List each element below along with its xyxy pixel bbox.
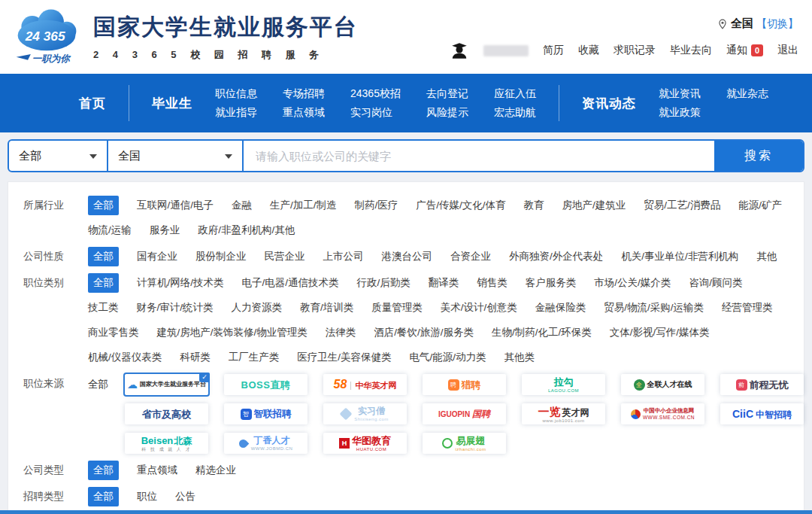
source-tile-beisen[interactable]: Beisen北森科 技 成 就 人 才 [125,433,208,454]
filter-option[interactable]: 工厂生产类 [229,348,280,367]
nav-item-就业资讯[interactable]: 就业资讯 [659,88,701,99]
user-menu-简历[interactable]: 简历 [543,44,564,57]
filter-option[interactable]: 电气/能源/动力类 [410,348,486,367]
filter-option[interactable]: 上市公司 [323,247,364,266]
filter-option[interactable]: 销售类 [477,273,508,293]
filter-option[interactable]: 法律类 [326,323,356,342]
filter-option[interactable]: 其他 [756,247,777,266]
nav-item-就业杂志[interactable]: 就业杂志 [726,88,768,99]
filter-option[interactable]: 美术/设计/创意类 [441,298,517,318]
filter-option[interactable]: 市场/公关/媒介类 [594,273,671,293]
filter-option[interactable]: 政府/非盈利机构/其他 [198,221,295,240]
source-tile-iguopin[interactable]: IGUOPIN国聘 [423,403,506,424]
filter-option-selected[interactable]: 全部 [88,196,119,215]
filter-option-selected[interactable]: 全部 [88,487,119,506]
source-tile-chinahr[interactable]: 58中华英才网 [323,374,407,395]
filter-option[interactable]: 服务业 [150,221,180,240]
nav-item-news[interactable]: 资讯动态 [582,95,636,112]
logout-link[interactable]: 退出 [777,44,798,57]
nav-item-home[interactable]: 首页 [79,95,106,112]
filter-option-selected[interactable]: 全部 [88,273,119,293]
filter-option[interactable]: 商业零售类 [88,323,139,342]
filter-option[interactable]: 其他类 [504,348,535,367]
filter-option[interactable]: 房地产/建筑业 [562,196,626,215]
nav-item-职位信息[interactable]: 职位信息 [215,88,257,99]
filter-option[interactable]: 质量管理类 [371,298,423,318]
filter-option[interactable]: 互联网/通信/电子 [137,196,214,215]
filter-option[interactable]: 金融 [232,196,252,215]
user-menu-毕业去向[interactable]: 毕业去向 [670,44,712,57]
filter-option[interactable]: 广告/传媒/文化/体育 [416,196,505,215]
filter-option[interactable]: 港澳台公司 [382,247,433,266]
source-tile-sme[interactable]: 中国中小企业信息网WWW.SME.COM.CN [621,403,704,424]
filter-option[interactable]: 机关/事业单位/非营利机构 [621,247,738,266]
user-menu-求职记录[interactable]: 求职记录 [614,44,656,57]
nav-item-就业政策[interactable]: 就业政策 [659,107,701,118]
filter-option[interactable]: 公告 [175,487,195,506]
nav-item-重点领域[interactable]: 重点领域 [283,107,325,118]
filter-option[interactable]: 教育/培训类 [300,298,353,318]
nav-item-24365校招[interactable]: 24365校招 [350,88,401,99]
source-tile-dxy[interactable]: 丁香人才WWW.JOBMD.CN [224,433,308,454]
nav-item-实习岗位[interactable]: 实习岗位 [350,107,401,118]
filter-option[interactable]: 生产/加工/制造 [270,196,337,215]
location-switch-link[interactable]: 【切换】 [756,17,798,31]
filter-option[interactable]: 贸易/物流/采购/运输类 [604,298,704,318]
filter-option[interactable]: 建筑/房地产/装饰装修/物业管理类 [157,323,308,342]
source-tile-ncss[interactable]: 国家大学生就业服务平台✓ [125,374,208,395]
filter-option[interactable]: 客户服务类 [526,273,577,293]
source-tile-province[interactable]: 省市及高校 [125,403,208,424]
nav-item-应征入伍[interactable]: 应征入伍 [494,88,536,99]
filter-option-selected[interactable]: 全部 [88,461,119,480]
keyword-input[interactable] [244,141,714,171]
filter-option[interactable]: 技工类 [88,298,119,318]
filter-option[interactable]: 金融保险类 [535,298,586,318]
category-select[interactable]: 全部 [9,141,108,171]
source-tile-qcwy[interactable]: 前程无忧 [720,374,804,395]
filter-option[interactable]: 民营企业 [265,247,305,266]
filter-option[interactable]: 文体/影视/写作/媒体类 [610,323,710,342]
source-tile-liepin[interactable]: 猎聘 [423,374,506,395]
source-tile-shixiseng[interactable]: 实习僧Shixiseng.com [323,403,407,424]
nav-item-专场招聘[interactable]: 专场招聘 [283,88,325,99]
source-tile-zhilian[interactable]: 智联招聘 [224,403,308,424]
source-tile-yizhanchi[interactable]: 易展翅izhanchi.com [423,433,506,454]
source-tile-boss[interactable]: BOSS直聘 [224,374,308,395]
region-select[interactable]: 全国 [108,141,244,171]
filter-option[interactable]: 机械/仪器仪表类 [88,348,162,367]
filter-option[interactable]: 计算机/网络/技术类 [137,273,224,293]
nav-item-就业指导[interactable]: 就业指导 [215,107,257,118]
filter-option[interactable]: 财务/审计/统计类 [137,298,214,318]
filter-option[interactable]: 行政/后勤类 [357,273,411,293]
source-tile-quanlian[interactable]: 全联人才在线 [621,374,704,395]
filter-option[interactable]: 股份制企业 [195,247,247,266]
filter-option[interactable]: 医疗卫生/美容保健类 [297,348,391,367]
filter-option-selected[interactable]: 全部 [88,247,119,266]
filter-option[interactable]: 合资企业 [450,247,491,266]
nav-item-去向登记[interactable]: 去向登记 [426,88,468,99]
filter-option[interactable]: 经营管理类 [722,298,773,318]
filter-option[interactable]: 物流/运输 [88,221,132,240]
source-tile-ciic[interactable]: CiiC中智招聘 [720,403,804,424]
source-tile-huatu[interactable]: 华图教育HUATU.COM [323,433,407,454]
filter-option-all[interactable]: 全部 [88,374,108,395]
user-menu-收藏[interactable]: 收藏 [578,44,599,57]
source-tile-lagou[interactable]: 拉勾LAGOU.COM [522,374,605,395]
filter-option[interactable]: 生物/制药/化工/环保类 [492,323,592,342]
filter-option[interactable]: 酒店/餐饮/旅游/服务类 [374,323,474,342]
filter-option[interactable]: 教育 [524,196,544,215]
filter-option[interactable]: 电子/电器/通信技术类 [242,273,339,293]
nav-item-graduates[interactable]: 毕业生 [152,95,192,112]
filter-option[interactable]: 科研类 [180,348,211,367]
source-tile-yilan[interactable]: 一览英才网www.job1001.com [522,403,605,424]
filter-option[interactable]: 人力资源类 [232,298,283,318]
filter-option[interactable]: 咨询/顾问类 [689,273,742,293]
search-button[interactable]: 搜索 [714,141,803,171]
filter-option[interactable]: 能源/矿产 [738,196,782,215]
filter-option[interactable]: 翻译类 [429,273,459,293]
filter-option[interactable]: 外商独资/外企代表处 [509,247,603,266]
nav-item-风险提示[interactable]: 风险提示 [426,107,468,118]
nav-item-宏志助航[interactable]: 宏志助航 [494,107,536,118]
filter-option[interactable]: 精选企业 [195,461,236,480]
filter-option[interactable]: 职位 [137,487,157,506]
